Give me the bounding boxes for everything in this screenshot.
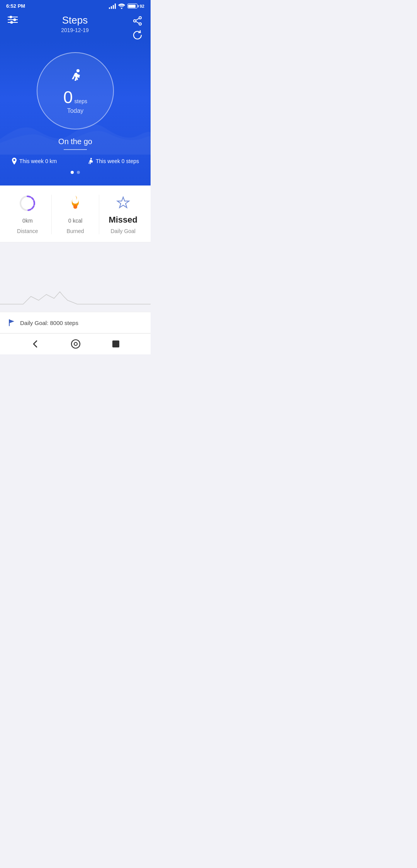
distance-value-row: 0km	[22, 215, 32, 225]
running-small-icon	[87, 158, 93, 165]
page-title: Steps	[61, 14, 89, 26]
svg-point-13	[90, 158, 92, 160]
filter-icon[interactable]	[8, 16, 18, 24]
weekly-km-text: This week 0 km	[19, 158, 57, 164]
flag-icon	[8, 318, 16, 327]
steps-number-row: 0 steps	[63, 89, 87, 106]
header-left	[8, 14, 18, 24]
steps-unit: steps	[75, 98, 87, 104]
steps-today: Today	[67, 107, 84, 114]
goal-label: Daily Goal	[110, 228, 136, 234]
steps-count: 0	[63, 89, 73, 106]
location-icon	[12, 158, 17, 165]
nav-bar	[0, 333, 151, 354]
chart-section: Daily Goal: 8000 steps	[0, 242, 151, 333]
daily-goal-bar: Daily Goal: 8000 steps	[0, 312, 151, 333]
activity-chart	[0, 250, 151, 312]
battery-icon: 92	[127, 3, 144, 9]
wifi-icon	[118, 3, 125, 9]
weekly-stats: This week 0 km This week 0 steps	[8, 158, 143, 165]
svg-point-18	[74, 342, 77, 345]
distance-value: 0km	[22, 215, 32, 225]
distance-label: Distance	[17, 228, 38, 234]
blue-section: 0 steps Today On the go This week 0 km	[0, 41, 151, 186]
page-indicators	[8, 171, 143, 174]
status-bar: 6:52 PM 92	[0, 0, 151, 10]
share-icon[interactable]	[132, 16, 143, 26]
refresh-icon[interactable]	[132, 30, 143, 41]
svg-rect-16	[9, 319, 10, 326]
stats-section: 0km Distance 0 kcal Burned Missed	[0, 186, 151, 242]
burned-value-row: 0 kcal	[68, 215, 83, 225]
svg-line-11	[136, 22, 139, 24]
header-date: 2019-12-19	[61, 27, 89, 33]
distance-icon	[19, 195, 36, 212]
star-icon	[115, 195, 132, 212]
steps-circle: 0 steps Today	[37, 52, 114, 129]
back-button[interactable]	[31, 340, 39, 348]
daily-goal-stat: Missed Daily Goal	[99, 195, 147, 234]
weekly-steps-text: This week 0 steps	[96, 158, 139, 164]
svg-point-6	[11, 22, 13, 24]
signal-icon	[109, 3, 116, 9]
svg-rect-19	[112, 340, 119, 347]
burned-value: 0 kcal	[68, 215, 83, 225]
dot-2[interactable]	[77, 171, 80, 174]
distance-stat: 0km Distance	[4, 195, 51, 234]
svg-point-12	[76, 69, 80, 72]
svg-point-0	[121, 8, 122, 9]
svg-point-2	[10, 16, 12, 18]
header-center: Steps 2019-12-19	[61, 14, 89, 33]
recent-apps-button[interactable]	[112, 340, 120, 348]
svg-point-4	[14, 19, 16, 21]
home-button[interactable]	[71, 339, 81, 349]
daily-goal-text: Daily Goal: 8000 steps	[20, 320, 78, 326]
weekly-steps-stat: This week 0 steps	[87, 158, 139, 165]
header: Steps 2019-12-19	[0, 10, 151, 41]
goal-value-row: Missed	[108, 215, 137, 225]
svg-point-9	[139, 23, 141, 25]
burned-stat: 0 kcal Burned	[52, 195, 99, 234]
time: 6:52 PM	[6, 3, 25, 9]
svg-point-8	[134, 20, 136, 22]
header-right	[132, 14, 143, 41]
running-icon	[67, 68, 83, 87]
fire-icon	[67, 195, 84, 212]
svg-line-10	[136, 19, 139, 20]
svg-point-7	[139, 17, 141, 19]
goal-value: Missed	[108, 215, 137, 225]
dot-1[interactable]	[71, 171, 74, 174]
burned-label: Burned	[66, 228, 84, 234]
chart-area	[0, 250, 151, 312]
status-icons: 92	[109, 3, 144, 9]
svg-point-17	[71, 340, 80, 348]
weekly-km-stat: This week 0 km	[12, 158, 57, 165]
